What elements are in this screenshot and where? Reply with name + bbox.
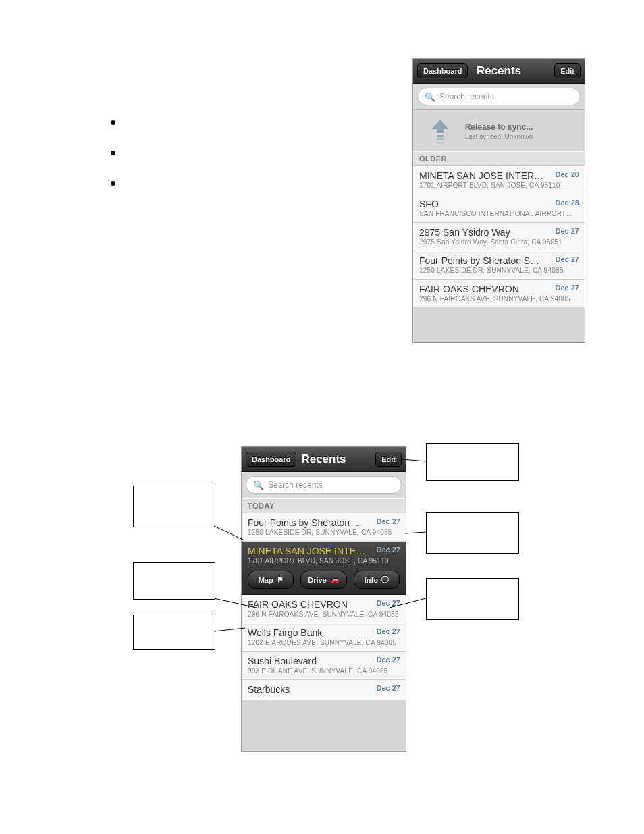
row-subtitle: 1701 AIRPORT BLVD, SAN JOSE, CA 95110 (248, 557, 400, 565)
row-subtitle: 1250 LAKESIDE DR, SUNNYVALE, CA 94085 (419, 267, 579, 274)
row-subtitle: 1202 E ARQUES AVE, SUNNYVALE, CA 94085 (248, 639, 400, 646)
search-input[interactable]: 🔍 Search recents (417, 88, 581, 105)
list-item[interactable]: MINETA SAN JOSE INTER… 1701 AIRPORT BLVD… (413, 166, 585, 194)
drive-label: Drive (308, 576, 327, 584)
phone-screenshot-2: Dashboard Recents Edit 🔍 Search recents … (241, 446, 406, 752)
search-bar: 🔍 Search recents (242, 472, 406, 498)
navbar: Dashboard Recents Edit (242, 447, 406, 472)
row-date: Dec 27 (556, 284, 579, 292)
svg-line-4 (214, 526, 244, 540)
pin-icon: ⚑ (277, 575, 284, 584)
up-arrow-icon (432, 120, 448, 145)
search-bar: 🔍 Search recents (413, 84, 585, 110)
row-subtitle: 296 N FAIROAKS AVE, SUNNYVALE, CA 94085 (248, 610, 400, 618)
row-date: Dec 27 (556, 227, 579, 235)
row-date: Dec 28 (556, 170, 579, 178)
row-subtitle: 1250 LAKESIDE DR, SUNNYVALE, CA 94085 (248, 529, 400, 536)
row-date: Dec 27 (377, 684, 400, 692)
list-item[interactable]: FAIR OAKS CHEVRON 296 N FAIROAKS AVE, SU… (413, 280, 585, 307)
bullet-item (111, 151, 115, 155)
row-subtitle: 2975 San Ysidro Way, Santa Clara, CA 950… (419, 238, 579, 246)
list-item[interactable]: Wells Fargo Bank 1202 E ARQUES AVE, SUNN… (242, 623, 406, 652)
list-item[interactable]: Four Points by Sheraton S… 1250 LAKESIDE… (413, 251, 585, 280)
row-date: Dec 27 (556, 255, 579, 263)
row-subtitle: 1701 AIRPORT BLVD, SAN JOSE, CA 95110 (419, 182, 579, 189)
callout-box (426, 578, 519, 620)
callout-box (426, 512, 519, 554)
svg-line-8 (405, 532, 426, 533)
list-item[interactable]: 2975 San Ysidro Way 2975 San Ysidro Way,… (413, 223, 585, 251)
back-button[interactable]: Dashboard (246, 452, 296, 467)
bullet-item (111, 120, 115, 125)
map-label: Map (259, 576, 273, 584)
section-header: TODAY (242, 498, 406, 513)
search-input[interactable]: 🔍 Search recents (246, 476, 402, 494)
callout-box (133, 615, 215, 650)
back-button[interactable]: Dashboard (417, 63, 468, 78)
list-item[interactable]: Four Points by Sheraton S… 1250 LAKESIDE… (242, 513, 406, 542)
row-date: Dec 27 (377, 599, 400, 607)
row-subtitle: SAN FRANCISCO INTERNATIONAL AIRPORT… (419, 210, 579, 217)
row-date: Dec 28 (556, 199, 579, 207)
navbar: Dashboard Recents Edit (413, 59, 585, 84)
svg-rect-1 (437, 135, 444, 137)
search-placeholder: Search recents (439, 92, 494, 101)
info-label: Info (365, 576, 378, 584)
list-item[interactable]: Sushi Boulevard 903 E DUANE AVE, SUNNYVA… (242, 652, 406, 680)
row-date: Dec 27 (377, 517, 400, 525)
callout-box (426, 443, 519, 481)
edit-button[interactable]: Edit (554, 63, 581, 78)
row-date: Dec 27 (377, 656, 400, 664)
callout-box (133, 486, 215, 527)
phone-screenshot-1: Dashboard Recents Edit 🔍 Search recents … (412, 58, 585, 343)
map-button[interactable]: Map ⚑ (248, 571, 294, 589)
svg-rect-2 (437, 138, 444, 140)
svg-rect-3 (437, 142, 444, 144)
sync-panel: Release to sync... Last synced: Unknown (413, 110, 585, 151)
section-header: OLDER (413, 151, 585, 166)
row-subtitle: 296 N FAIROAKS AVE, SUNNYVALE, CA 94085 (419, 295, 579, 303)
row-date: Dec 27 (377, 546, 400, 554)
edit-button[interactable]: Edit (375, 452, 402, 467)
text-bullets (111, 120, 115, 211)
list-item[interactable]: FAIR OAKS CHEVRON 296 N FAIROAKS AVE, SU… (242, 595, 406, 623)
row-date: Dec 27 (377, 627, 400, 635)
list-item[interactable]: SFO SAN FRANCISCO INTERNATIONAL AIRPORT…… (413, 194, 585, 223)
callout-box (133, 562, 215, 600)
bullet-item (111, 181, 115, 186)
search-icon: 🔍 (425, 92, 435, 102)
list-item-selected[interactable]: MINETA SAN JOSE INTER… 1701 AIRPORT BLVD… (242, 542, 406, 595)
list-item[interactable]: Starbucks Dec 27 (242, 680, 406, 700)
info-icon: ⓘ (381, 575, 389, 585)
info-button[interactable]: Info ⓘ (354, 571, 400, 589)
search-icon: 🔍 (253, 480, 264, 490)
drive-button[interactable]: Drive 🚗 (300, 571, 346, 589)
row-subtitle: 903 E DUANE AVE, SUNNYVALE, CA 94085 (248, 667, 400, 675)
action-bar: Map ⚑ Drive 🚗 Info ⓘ (248, 571, 400, 589)
search-placeholder: Search recents (268, 480, 323, 490)
svg-marker-0 (432, 120, 448, 133)
car-icon: 🚗 (330, 575, 340, 584)
